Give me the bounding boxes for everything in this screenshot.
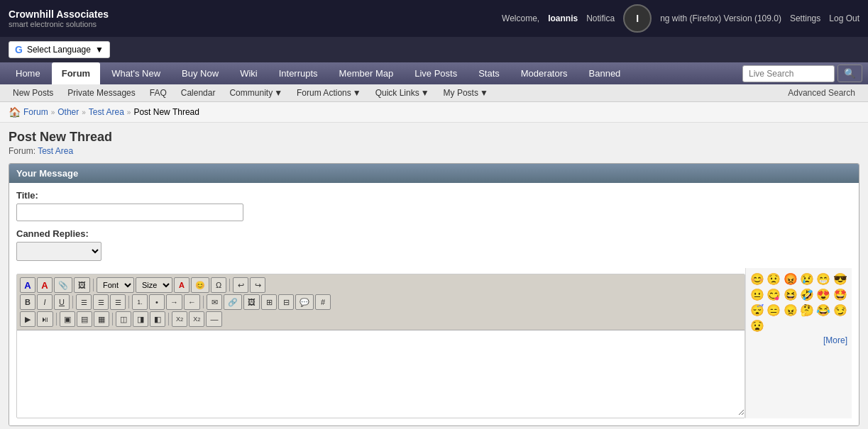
settings-link[interactable]: Settings bbox=[790, 13, 820, 23]
media1-btn[interactable]: ▶ bbox=[20, 311, 35, 327]
editor-textarea[interactable] bbox=[17, 330, 745, 416]
indent-out-btn[interactable]: ← bbox=[184, 294, 200, 310]
subscript-btn[interactable]: X2 bbox=[172, 311, 187, 327]
indent-in-btn[interactable]: → bbox=[166, 294, 182, 310]
nav-interrupts[interactable]: Interrupts bbox=[269, 62, 328, 84]
emoji-item[interactable]: 😊 bbox=[750, 272, 764, 286]
emoji-item[interactable]: 😍 bbox=[816, 288, 830, 301]
size-select[interactable]: Size bbox=[136, 277, 172, 293]
google-translate[interactable]: G Select Language ▼ bbox=[9, 41, 110, 58]
nav-member-map[interactable]: Member Map bbox=[329, 62, 404, 84]
emoji-item[interactable]: 🤣 bbox=[800, 288, 814, 301]
subnav-community[interactable]: Community ▼ bbox=[222, 84, 290, 101]
email-btn[interactable]: ✉ bbox=[207, 294, 222, 310]
img4-btn[interactable]: ▤ bbox=[77, 311, 92, 327]
font-color-btn[interactable]: A bbox=[20, 277, 35, 293]
breadcrumb-other[interactable]: Other bbox=[57, 107, 79, 117]
subnav-faq[interactable]: FAQ bbox=[143, 84, 174, 101]
emoji-item[interactable]: 😢 bbox=[800, 272, 814, 286]
notification-label: Notifica bbox=[586, 13, 615, 23]
toolbar-sep-1 bbox=[93, 279, 94, 291]
emoji-item[interactable]: 😆 bbox=[784, 288, 798, 301]
font-select[interactable]: Font bbox=[97, 277, 134, 293]
title-input[interactable] bbox=[16, 204, 243, 221]
code-btn[interactable]: # bbox=[315, 294, 331, 310]
nav-home[interactable]: Home bbox=[6, 62, 50, 84]
nav-banned[interactable]: Banned bbox=[579, 62, 631, 84]
emoji-item[interactable]: 😡 bbox=[784, 272, 798, 286]
attach-btn[interactable]: 📎 bbox=[54, 277, 72, 293]
underline-btn[interactable]: U bbox=[54, 294, 70, 310]
img6-btn[interactable]: ◫ bbox=[116, 311, 131, 327]
special-chars-btn[interactable]: Ω bbox=[211, 277, 226, 293]
subnav-forum-actions[interactable]: Forum Actions ▼ bbox=[290, 84, 368, 101]
emoji-item[interactable]: 😎 bbox=[833, 272, 847, 286]
breadcrumb-test-area[interactable]: Test Area bbox=[89, 107, 124, 117]
emoji-item[interactable]: 😂 bbox=[816, 303, 830, 317]
translate-label: Select Language bbox=[27, 45, 91, 55]
img3-btn[interactable]: ▣ bbox=[60, 311, 75, 327]
breadcrumb-current: Post New Thread bbox=[133, 107, 199, 117]
nav-moderators[interactable]: Moderators bbox=[511, 62, 578, 84]
align-right-btn[interactable]: ☰ bbox=[110, 294, 126, 310]
emoji-btn[interactable]: 😊 bbox=[191, 277, 209, 293]
align-left-btn[interactable]: ☰ bbox=[76, 294, 92, 310]
more-emojis-link[interactable]: [More] bbox=[750, 335, 847, 345]
breadcrumb-forum[interactable]: Forum bbox=[23, 107, 48, 117]
editor-section: A A 📎 🖼 Font Size bbox=[16, 268, 745, 418]
browser-info: ng with (Firefox) Version (109.0) bbox=[660, 13, 781, 23]
italic-btn[interactable]: I bbox=[37, 294, 53, 310]
subnav-calendar[interactable]: Calendar bbox=[174, 84, 223, 101]
subnav-quick-links[interactable]: Quick Links ▼ bbox=[368, 84, 436, 101]
quote-btn[interactable]: 💬 bbox=[295, 294, 314, 310]
canned-replies-select[interactable] bbox=[16, 242, 101, 261]
align-center-btn[interactable]: ☰ bbox=[93, 294, 109, 310]
emoji-item[interactable]: 😏 bbox=[833, 303, 847, 317]
media2-btn[interactable]: ⏯ bbox=[37, 311, 53, 327]
font-color2-btn[interactable]: A bbox=[174, 277, 189, 293]
ul-btn[interactable]: • bbox=[149, 294, 165, 310]
nav-forum[interactable]: Forum bbox=[52, 62, 100, 84]
redo-btn[interactable]: ↪ bbox=[250, 277, 265, 293]
emoji-item[interactable]: 😁 bbox=[816, 272, 830, 286]
emoji-item[interactable]: 😐 bbox=[750, 288, 764, 301]
img7-btn[interactable]: ◨ bbox=[133, 311, 148, 327]
emoji-item[interactable]: 😑 bbox=[767, 303, 781, 317]
subnav-my-posts[interactable]: My Posts ▼ bbox=[436, 84, 495, 101]
nav-live-posts[interactable]: Live Posts bbox=[405, 62, 467, 84]
emoji-item[interactable]: 😟 bbox=[767, 272, 781, 286]
forum-label: Forum: Test Area bbox=[9, 146, 859, 156]
ol-btn[interactable]: 1. bbox=[132, 294, 148, 310]
forum-name-link[interactable]: Test Area bbox=[38, 146, 73, 156]
nav-wiki[interactable]: Wiki bbox=[230, 62, 268, 84]
table2-btn[interactable]: ⊟ bbox=[278, 294, 294, 310]
nav-buy-now[interactable]: Buy Now bbox=[172, 62, 229, 84]
logout-link[interactable]: Log Out bbox=[829, 13, 859, 23]
nav-stats[interactable]: Stats bbox=[468, 62, 510, 84]
img5-btn[interactable]: ▦ bbox=[94, 311, 109, 327]
search-button[interactable]: 🔍 bbox=[837, 65, 862, 82]
link-btn[interactable]: 🔗 bbox=[224, 294, 242, 310]
image-insert-btn[interactable]: 🖼 bbox=[74, 277, 90, 293]
emoji-item[interactable]: 😠 bbox=[784, 303, 798, 317]
brand-name: Crownhill Associates bbox=[9, 9, 109, 20]
table-btn[interactable]: ⊞ bbox=[261, 294, 277, 310]
img8-btn[interactable]: ◧ bbox=[150, 311, 165, 327]
emoji-item[interactable]: 😋 bbox=[767, 288, 781, 301]
username-display: Ioannis bbox=[548, 13, 578, 23]
font-style-btn[interactable]: A bbox=[37, 277, 53, 293]
emoji-item[interactable]: 😴 bbox=[750, 303, 764, 317]
emoji-item[interactable]: 🤔 bbox=[800, 303, 814, 317]
nav-whats-new[interactable]: What's New bbox=[101, 62, 170, 84]
hr-btn[interactable]: — bbox=[206, 311, 222, 327]
undo-btn[interactable]: ↩ bbox=[233, 277, 248, 293]
superscript-btn[interactable]: X2 bbox=[189, 311, 204, 327]
emoji-item[interactable]: 😧 bbox=[750, 319, 764, 333]
emoji-item[interactable]: 🤩 bbox=[833, 288, 847, 301]
bold-btn[interactable]: B bbox=[20, 294, 35, 310]
advanced-search-link[interactable]: Advanced Search bbox=[781, 84, 862, 101]
image2-btn[interactable]: 🖼 bbox=[243, 294, 260, 310]
subnav-new-posts[interactable]: New Posts bbox=[6, 84, 60, 101]
search-input[interactable] bbox=[742, 65, 835, 82]
subnav-private-messages[interactable]: Private Messages bbox=[60, 84, 142, 101]
